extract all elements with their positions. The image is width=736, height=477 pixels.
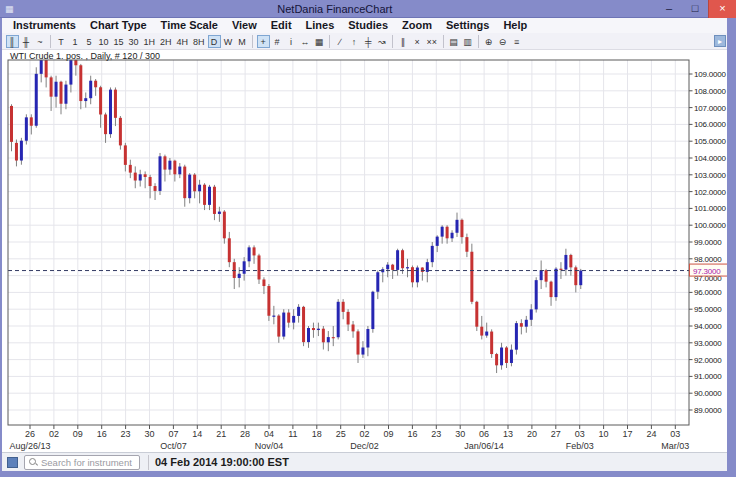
menubar: InstrumentsChart TypeTime ScaleViewEditL… [2,18,727,33]
instrument-searchbox[interactable] [24,455,140,470]
candle [267,284,270,321]
maximize-button[interactable]: □ [682,0,708,18]
candle [282,309,285,339]
y-axis: 109.0000108.0000107.0000106.0000105.0000… [689,70,727,415]
x-month-label: Oct/07 [160,441,187,451]
y-tick-label: 107.0000 [694,104,727,113]
x-tick-label: 14 [192,429,202,439]
x-tick-label: 17 [622,429,632,439]
candle [258,254,261,284]
y-tick-label: 101.0000 [694,204,727,213]
y-tick-label: 96.0000 [694,288,722,297]
x-month-label: Dec/02 [350,441,379,451]
candle [470,244,473,304]
timescale-monthly-button[interactable]: M [236,35,249,48]
titlebar: ▦ NetDania FinanceChart – □ × [0,0,736,18]
menu-item-settings[interactable]: Settings [439,18,496,33]
timescale-tick-button[interactable]: T [55,35,68,48]
toolbar-separator [329,35,330,48]
price-chart[interactable]: 109.0000108.0000107.0000106.0000105.0000… [0,50,736,452]
y-tick-label: 94.0000 [694,322,722,331]
delete-line-button[interactable]: × [411,35,424,48]
y-tick-label: 100.0000 [694,221,727,230]
x-month-label: Mar/03 [661,441,689,451]
menu-item-time-scale[interactable]: Time Scale [154,18,225,33]
x-tick-label: 02 [49,429,59,439]
x-axis: 26Aug/26/13020916233007Oct/0714212804Nov… [9,425,689,451]
y-tick-label: 106.0000 [694,120,727,129]
channel-lines-button[interactable]: ╪ [362,35,375,48]
line-chart-button[interactable]: ~ [34,35,47,48]
timescale-30min-button[interactable]: 30 [127,35,141,48]
toolbar-overflow-button[interactable]: ▸ [714,35,726,47]
window-frame-bottom [0,471,736,477]
menu-item-studies[interactable]: Studies [341,18,395,33]
timescale-5min-button[interactable]: 5 [83,35,96,48]
x-month-label: Nov/04 [255,441,284,451]
x-tick-label: 09 [73,429,83,439]
x-tick-label: 26 [25,429,35,439]
statusbar: 04 Feb 2014 19:00:00 EST [2,452,727,471]
x-tick-label: 30 [144,429,154,439]
ohlc-bars-button[interactable]: ╫ [20,35,33,48]
menu-item-zoom[interactable]: Zoom [395,18,439,33]
freehand-line-button[interactable]: ↝ [376,35,389,48]
menu-item-edit[interactable]: Edit [264,18,299,33]
candle [535,277,538,312]
last-price-label: 97.3000 [693,267,721,276]
x-tick-label: 23 [431,429,441,439]
zoom-in-button[interactable]: ⊕ [482,35,495,48]
trend-line-button[interactable]: ∕ [334,35,347,48]
candle [25,114,28,144]
toolbar: ║╫~T151015301H2H4H8HDWM+#i↔▦∕↑╪↝∥×××▤▥⊕⊖… [2,33,727,50]
y-tick-label: 99.0000 [694,238,722,247]
minimize-button[interactable]: – [656,0,682,18]
search-input[interactable] [41,457,139,468]
menu-item-help[interactable]: Help [496,18,534,33]
app-icon: ▦ [5,4,14,14]
y-tick-label: 95.0000 [694,305,722,314]
timescale-2h-button[interactable]: 2H [158,35,174,48]
scroll-pan-button[interactable]: ↔ [299,35,312,48]
parallel-lines-button[interactable]: ∥ [397,35,410,48]
timescale-1h-button[interactable]: 1H [142,35,158,48]
print-button[interactable]: ▤ [447,35,460,48]
menu-item-instruments[interactable]: Instruments [6,18,83,33]
x-tick-label: 03 [575,429,585,439]
timescale-10min-button[interactable]: 10 [97,35,111,48]
info-button[interactable]: i [285,35,298,48]
y-tick-label: 89.0000 [694,406,722,415]
statusbar-divider [148,455,149,470]
timescale-weekly-button[interactable]: W [222,35,235,48]
x-tick-label: 18 [312,429,322,439]
timescale-1min-button[interactable]: 1 [69,35,82,48]
data-panel-button[interactable]: ▦ [313,35,326,48]
timescale-8h-button[interactable]: 8H [191,35,207,48]
toolbar-separator [50,35,51,48]
zoom-out-button[interactable]: ⊖ [496,35,509,48]
candle [35,67,38,127]
menu-item-view[interactable]: View [225,18,264,33]
last-price-marker: 97.3000 [690,264,732,276]
print-preview-button[interactable]: ▥ [461,35,474,48]
candlestick-chart-button[interactable]: ║ [6,35,19,48]
y-tick-label: 109.0000 [694,70,727,79]
close-button[interactable]: × [708,0,736,18]
menu-item-lines[interactable]: Lines [299,18,342,33]
timescale-daily-button[interactable]: D [208,35,221,48]
candle [475,301,478,331]
menu-item-chart-type[interactable]: Chart Type [83,18,154,33]
vertical-line-button[interactable]: ↑ [348,35,361,48]
timescale-4h-button[interactable]: 4H [175,35,191,48]
candle [302,306,305,346]
x-tick-label: 09 [383,429,393,439]
candle [555,267,558,301]
grid-toggle-button[interactable]: # [271,35,284,48]
crosshair-button[interactable]: + [257,35,270,48]
search-icon [29,458,38,467]
toolbar-separator [392,35,393,48]
zoom-reset-button[interactable]: ≡ [510,35,523,48]
x-tick-label: 13 [503,429,513,439]
timescale-15min-button[interactable]: 15 [112,35,126,48]
delete-all-lines-button[interactable]: ×× [425,35,440,48]
